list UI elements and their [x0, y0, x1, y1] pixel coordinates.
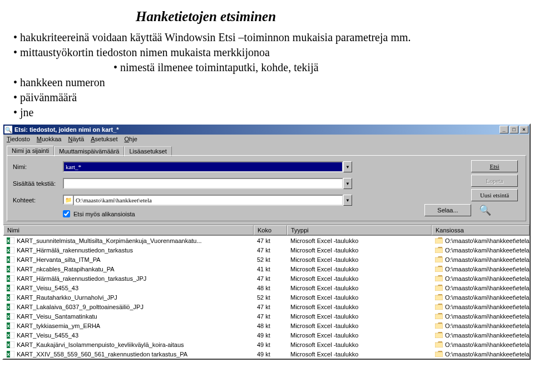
search-panel: Nimi: ▼ Sisältää tekstiä: ▼ Kohteet: 📁 ▼…	[7, 155, 526, 221]
bullet-item: jne	[13, 105, 521, 120]
cell-kansiossa: O:\maasto\kami\hankkeet\etela\303473	[432, 351, 530, 358]
sisaltaa-input[interactable]	[63, 178, 343, 189]
cell-koko: 49 kt	[254, 351, 287, 358]
bullet-item: hankkeen numeron	[13, 75, 521, 90]
cell-tyyppi: Microsoft Excel -taulukko	[287, 266, 432, 272]
svg-rect-15	[435, 267, 443, 272]
svg-rect-51	[435, 352, 443, 357]
excel-icon: X	[7, 247, 14, 254]
cell-tyyppi: Microsoft Excel -taulukko	[287, 256, 432, 263]
table-row[interactable]: XKART_Härmälä_rakennustiedon_tarkastus_J…	[3, 274, 530, 283]
cell-kansiossa: O:\maasto\kami\hankkeet\etela\303015	[432, 275, 530, 282]
cell-kansiossa: O:\maasto\kami\hankkeet\etela\303239	[432, 341, 530, 348]
maximize-button[interactable]: □	[510, 126, 518, 133]
excel-icon: X	[7, 256, 14, 263]
folder-icon	[435, 322, 443, 329]
table-row[interactable]: XKART_suunnitelmista_Multisilta_Korpimäe…	[3, 236, 530, 245]
app-icon: 🔍	[4, 126, 12, 133]
svg-text:X: X	[7, 343, 10, 348]
menu-tiedosto[interactable]: Tiedosto	[7, 136, 30, 142]
cell-nimi: XKART_Härmälä_rakennustiedon_tarkastus	[3, 247, 254, 254]
tab-strip: Nimi ja sijainti Muuttamispäivämäärä Lis…	[3, 143, 530, 155]
tab-nimi-sijainti[interactable]: Nimi ja sijainti	[7, 146, 54, 156]
table-row[interactable]: XKART_Härmälä_rakennustiedon_tarkastus47…	[3, 245, 530, 255]
lopeta-button[interactable]: Lopeta	[471, 175, 518, 187]
chevron-down-icon[interactable]: ▼	[343, 178, 352, 189]
col-koko[interactable]: Koko	[254, 225, 287, 235]
results-header: Nimi Koko Tyyppi Kansiossa	[3, 225, 530, 236]
kohteet-label: Kohteet:	[13, 197, 63, 204]
svg-rect-39	[435, 324, 443, 329]
cell-tyyppi: Microsoft Excel -taulukko	[287, 313, 432, 320]
table-row[interactable]: XKART_Lakalaiva_6037_9_polttoainesäiliö_…	[3, 302, 530, 311]
etsi-alikansioista-checkbox[interactable]	[63, 210, 70, 217]
chevron-down-icon[interactable]: ▼	[343, 161, 352, 172]
menu-muokkaa[interactable]: Muokkaa	[37, 136, 62, 142]
cell-koko: 47 kt	[254, 237, 287, 244]
cell-koko: 47 kt	[254, 275, 287, 282]
svg-rect-23	[435, 286, 443, 291]
cell-tyyppi: Microsoft Excel -taulukko	[287, 285, 432, 291]
etsi-button[interactable]: Etsi	[471, 160, 518, 172]
menubar: Tiedosto Muokkaa Näytä Asetukset Ohje	[3, 135, 530, 143]
close-button[interactable]: ×	[520, 126, 528, 133]
cell-nimi: XKART_nkcables_Ratapihankatu_PA	[3, 266, 254, 272]
cell-tyyppi: Microsoft Excel -taulukko	[287, 351, 432, 358]
menu-nayta[interactable]: Näytä	[68, 136, 84, 142]
excel-icon: X	[7, 285, 14, 291]
kohteet-combo[interactable]: 📁 ▼	[63, 195, 352, 206]
table-row[interactable]: XKART_Rautaharkko_Uurnaholvi_JPJ52 ktMic…	[3, 292, 530, 302]
window-title: Etsi: tiedostot, joiden nimi on kart_*	[14, 126, 500, 133]
folder-icon	[435, 332, 443, 338]
nimi-combo[interactable]: ▼	[63, 161, 352, 172]
col-kansiossa[interactable]: Kansiossa	[432, 225, 530, 235]
folder-icon	[435, 237, 443, 244]
menu-asetukset[interactable]: Asetukset	[91, 136, 117, 142]
table-row[interactable]: XKART_tykkiasemia_ym_ERHA48 ktMicrosoft …	[3, 321, 530, 330]
page-title: Hanketietojen etsiminen	[13, 9, 521, 24]
nimi-input[interactable]	[63, 161, 343, 172]
table-row[interactable]: XKART_Veisu_5455_4348 ktMicrosoft Excel …	[3, 283, 530, 292]
cell-koko: 47 kt	[254, 247, 287, 254]
table-row[interactable]: XKART_Hervanta_silta_ITM_PA52 ktMicrosof…	[3, 255, 530, 264]
bullet-item: hakukriteereinä voidaan käyttää Windowsi…	[13, 30, 521, 45]
excel-icon: X	[7, 294, 14, 301]
svg-text:X: X	[7, 324, 10, 329]
svg-text:X: X	[7, 352, 10, 357]
uusi-etsinta-button[interactable]: Uusi etsintä	[471, 189, 518, 201]
table-row[interactable]: XKART_nkcables_Ratapihankatu_PA41 ktMicr…	[3, 264, 530, 274]
excel-icon: X	[7, 341, 14, 348]
menu-ohje[interactable]: Ohje	[125, 136, 137, 142]
col-nimi[interactable]: Nimi	[3, 225, 254, 235]
svg-text:X: X	[7, 314, 10, 319]
folder-icon	[435, 304, 443, 310]
table-row[interactable]: XKART_XXIV_558_559_560_561_rakennustiedo…	[3, 349, 530, 359]
titlebar: 🔍 Etsi: tiedostot, joiden nimi on kart_*…	[3, 125, 530, 135]
cell-kansiossa: O:\maasto\kami\hankkeet\etela\303035	[432, 313, 530, 320]
bullet-item: päivänmäärä	[13, 90, 521, 105]
cell-nimi: XKART_Kaukajärvi_Isolammenpuisto_kevliik…	[3, 341, 254, 348]
nimi-label: Nimi:	[13, 163, 63, 170]
table-row[interactable]: XKART_Veisu_5455_4349 ktMicrosoft Excel …	[3, 330, 530, 340]
excel-icon: X	[7, 332, 14, 339]
folder-icon	[435, 341, 443, 348]
bullet-subitem: nimestä ilmenee toimintaputki, kohde, te…	[113, 60, 521, 75]
selaa-button[interactable]: Selaa...	[424, 204, 471, 216]
svg-rect-3	[435, 239, 443, 244]
cell-kansiossa: O:\maasto\kami\hankkeet\etela\303132	[432, 332, 530, 339]
table-row[interactable]: XKART_Kaukajärvi_Isolammenpuisto_kevliik…	[3, 340, 530, 349]
folder-icon	[435, 313, 443, 319]
cell-kansiossa: O:\maasto\kami\hankkeet\etela\302534	[432, 247, 530, 254]
window-buttons: _ □ ×	[500, 126, 528, 133]
table-row[interactable]: XKART_Veisu_Santamatinkatu47 ktMicrosoft…	[3, 311, 530, 321]
excel-icon: X	[7, 322, 14, 329]
chevron-down-icon[interactable]: ▼	[343, 195, 352, 206]
cell-kansiossa: O:\maasto\kami\hankkeet\etela\302440	[432, 285, 530, 291]
svg-text:X: X	[7, 257, 10, 262]
minimize-button[interactable]: _	[500, 126, 508, 133]
sisaltaa-combo[interactable]: ▼	[63, 178, 352, 189]
kohteet-input[interactable]	[73, 195, 343, 206]
cell-kansiossa: O:\maasto\kami\hankkeet\etela\301183	[432, 256, 530, 263]
col-tyyppi[interactable]: Tyyppi	[287, 225, 432, 235]
svg-rect-19	[435, 276, 443, 281]
